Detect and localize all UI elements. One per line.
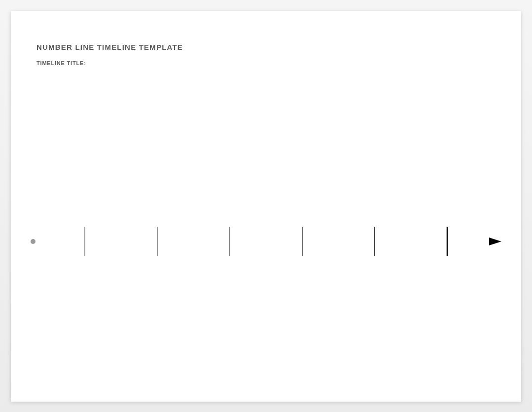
number-line-timeline <box>31 227 501 256</box>
template-page: NUMBER LINE TIMELINE TEMPLATE TIMELINE T… <box>11 11 521 402</box>
timeline-arrowhead <box>489 238 501 245</box>
timeline-svg <box>31 227 501 256</box>
page-title: NUMBER LINE TIMELINE TEMPLATE <box>36 43 497 51</box>
timeline-title-label: TIMELINE TITLE: <box>36 60 497 66</box>
